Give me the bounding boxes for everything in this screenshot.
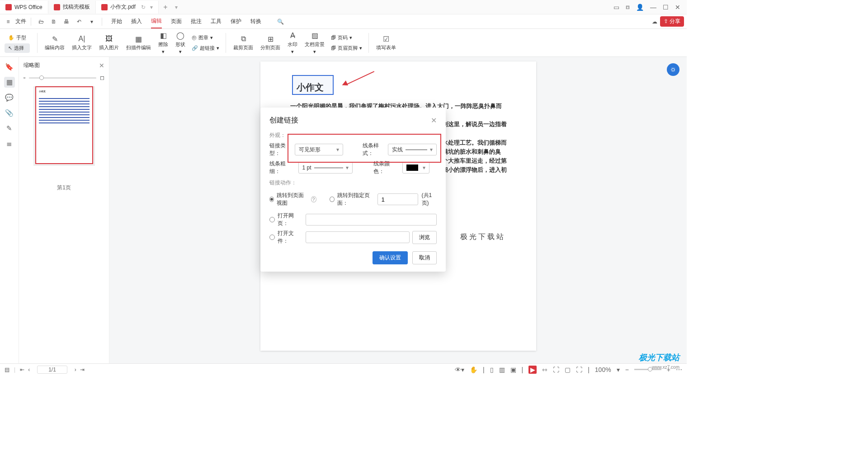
avatar-icon[interactable]: 👤 bbox=[636, 4, 644, 11]
hyperlink-selection[interactable] bbox=[292, 75, 334, 95]
bookmark-icon[interactable]: 🔖 bbox=[4, 61, 15, 72]
shape-button[interactable]: ◯形状▾ bbox=[172, 29, 189, 56]
seal-button[interactable]: ㊞图章▾ bbox=[189, 33, 222, 42]
sb-actualsize-icon[interactable]: ▢ bbox=[565, 366, 571, 373]
window-close[interactable]: ✕ bbox=[675, 4, 680, 11]
sb-eye-icon[interactable]: 👁▾ bbox=[455, 366, 464, 373]
float-assistant-button[interactable]: ⛭ bbox=[667, 63, 679, 76]
open-file-input[interactable] bbox=[306, 231, 410, 243]
search-icon[interactable]: 🔍 bbox=[275, 16, 286, 27]
watermark-button[interactable]: A̶水印▾ bbox=[284, 29, 301, 56]
erase-button[interactable]: ◧擦除▾ bbox=[155, 29, 172, 56]
file-menu[interactable]: 文件 bbox=[15, 18, 26, 25]
open-icon[interactable]: 🗁 bbox=[36, 16, 47, 27]
split-page-button[interactable]: ⊞分割页面 bbox=[257, 33, 284, 53]
tab-template-label: 找稿壳模板 bbox=[63, 3, 90, 11]
tab-edit[interactable]: 编辑 bbox=[151, 14, 162, 28]
pagenum-button[interactable]: 🗐页码▾ bbox=[328, 33, 365, 42]
redo-dropdown-icon[interactable]: ▾ bbox=[86, 16, 97, 27]
sign-icon[interactable]: ✎ bbox=[4, 123, 15, 134]
sb-hand-icon[interactable]: ✋ bbox=[470, 366, 477, 373]
tab-app[interactable]: WPS Office bbox=[0, 1, 48, 14]
cancel-button[interactable]: 取消 bbox=[412, 251, 437, 264]
sb-play-icon[interactable]: ▶ bbox=[528, 366, 537, 374]
save-icon[interactable]: 🗎 bbox=[48, 16, 59, 27]
sb-fullscreen-icon[interactable]: ⛶ bbox=[576, 366, 582, 373]
comment-icon[interactable]: 💬 bbox=[4, 92, 15, 103]
headerfooter-button[interactable]: 🗐页眉页脚▾ bbox=[328, 43, 365, 53]
zoom-in-large-icon[interactable]: ◻ bbox=[100, 75, 104, 81]
undo-icon[interactable]: ↶ bbox=[74, 16, 85, 27]
hand-tool-button[interactable]: ✋手型 bbox=[5, 33, 30, 42]
tab-template[interactable]: 找稿壳模板 bbox=[48, 1, 96, 14]
cloud-icon[interactable]: ☁ bbox=[649, 16, 660, 27]
tab-convert[interactable]: 转换 bbox=[250, 15, 261, 28]
sb-last-page[interactable]: ⇥ bbox=[80, 367, 85, 373]
sb-two-page-icon[interactable]: ▣ bbox=[510, 366, 516, 373]
select-tool-button[interactable]: ↖选择 bbox=[5, 43, 30, 53]
insert-image-button[interactable]: 🖼插入图片 bbox=[95, 33, 123, 53]
link-action-label: 链接动作： bbox=[269, 179, 437, 187]
sb-outline-icon[interactable]: ▤ bbox=[5, 367, 9, 373]
share-button[interactable]: ⇪ 分享 bbox=[660, 16, 684, 27]
fillform-button[interactable]: ☑填写表单 bbox=[373, 33, 400, 53]
sb-fitpage-icon[interactable]: ⛶ bbox=[553, 366, 559, 373]
page-indicator[interactable]: 1/1 bbox=[37, 366, 67, 374]
zoom-out-small-icon[interactable]: ▫ bbox=[24, 75, 25, 81]
tab-tools[interactable]: 工具 bbox=[211, 15, 222, 28]
tab-insert[interactable]: 插入 bbox=[131, 15, 142, 28]
tab-dropdown-icon[interactable]: ▾ bbox=[150, 4, 153, 10]
sb-prev-page[interactable]: ‹ bbox=[28, 367, 30, 373]
zoom-out-button[interactable]: − bbox=[625, 366, 629, 373]
open-web-input[interactable] bbox=[306, 214, 437, 226]
menu-hamburger-icon[interactable]: ≡ bbox=[3, 16, 14, 27]
attachment-icon[interactable]: 📎 bbox=[4, 108, 15, 118]
tab-protect[interactable]: 保护 bbox=[231, 15, 241, 28]
confirm-button[interactable]: 确认设置 bbox=[373, 251, 408, 264]
radio-goto-page[interactable] bbox=[330, 197, 334, 202]
sb-first-page[interactable]: ⇤ bbox=[20, 367, 24, 373]
goto-page-input[interactable] bbox=[377, 193, 418, 205]
zoom-label[interactable]: 100% bbox=[595, 366, 611, 373]
sb-fitwidth-icon[interactable]: ⇿ bbox=[542, 366, 547, 373]
seal-icon: ㊞ bbox=[192, 34, 197, 41]
window-maximize[interactable]: ☐ bbox=[663, 4, 669, 11]
window-minimize[interactable]: — bbox=[650, 4, 656, 11]
line-color-combo[interactable]: ▾ bbox=[402, 162, 429, 174]
window-cube-icon[interactable]: ⧈ bbox=[626, 3, 630, 11]
line-style-combo[interactable]: 实线▾ bbox=[388, 144, 436, 155]
sb-continuous-icon[interactable]: ▥ bbox=[499, 366, 505, 373]
thumbnail-page-1[interactable]: 小作文 bbox=[33, 86, 95, 166]
layers-icon[interactable]: ≣ bbox=[4, 138, 15, 149]
hyperlink-button[interactable]: 🔗超链接▾ bbox=[189, 43, 222, 53]
radio-open-web[interactable] bbox=[269, 217, 275, 222]
page-total-label: (共1页) bbox=[422, 192, 437, 207]
scan-edit-button[interactable]: ▦扫描件编辑 bbox=[123, 33, 155, 53]
edit-content-button[interactable]: ✎编辑内容 bbox=[41, 33, 68, 53]
print-icon[interactable]: 🖶 bbox=[61, 16, 72, 27]
crop-page-button[interactable]: ⧉裁剪页面 bbox=[230, 33, 257, 53]
link-type-combo[interactable]: 可见矩形▾ bbox=[295, 144, 343, 155]
radio-open-file[interactable] bbox=[269, 235, 275, 240]
window-app-icon[interactable]: ▭ bbox=[613, 4, 619, 11]
thumbnails-icon[interactable]: ▦ bbox=[4, 77, 15, 88]
tab-start[interactable]: 开始 bbox=[111, 15, 122, 28]
panel-close-button[interactable]: ✕ bbox=[99, 62, 104, 69]
thumb-zoom-slider[interactable] bbox=[29, 77, 96, 79]
radio-goto-view[interactable] bbox=[269, 197, 274, 202]
new-tab-button[interactable]: + bbox=[159, 3, 172, 11]
sb-single-page-icon[interactable]: ▯ bbox=[490, 366, 494, 373]
docbg-button[interactable]: ▨文档背景▾ bbox=[301, 29, 328, 56]
browse-button[interactable]: 浏览 bbox=[412, 231, 437, 244]
tab-annotate[interactable]: 批注 bbox=[191, 15, 202, 28]
help-icon[interactable]: ? bbox=[311, 196, 316, 202]
dialog-close-button[interactable]: ✕ bbox=[431, 116, 437, 125]
sb-next-page[interactable]: › bbox=[75, 367, 76, 373]
tab-page[interactable]: 页面 bbox=[171, 15, 182, 28]
headerfooter-icon: 🗐 bbox=[331, 45, 336, 51]
tab-document[interactable]: 小作文.pdf ↻ ▾ bbox=[96, 1, 159, 14]
tabbar-dropdown[interactable]: ▾ bbox=[175, 4, 178, 10]
insert-text-button[interactable]: A|插入文字 bbox=[68, 33, 95, 53]
line-width-combo[interactable]: 1 pt▾ bbox=[298, 162, 353, 174]
document-canvas[interactable]: ⛭ 小作文 一个阳光明媚的早晨，我们参观了梅村污水处理场。进入大门，一阵阵恶臭扑… bbox=[109, 57, 687, 363]
